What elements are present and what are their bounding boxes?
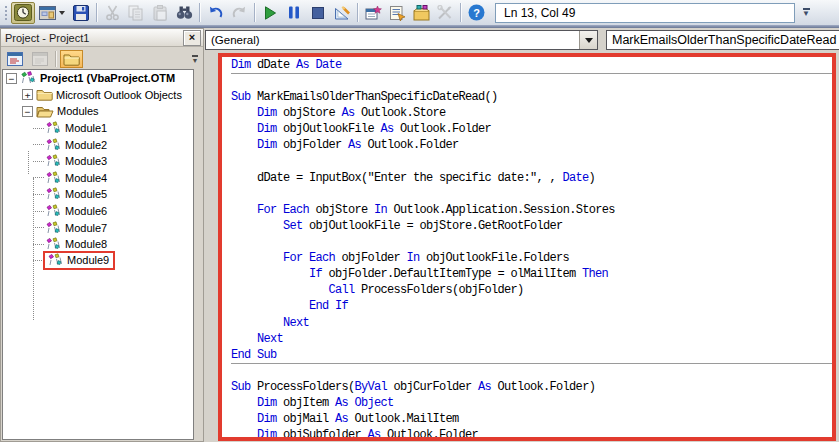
tree-item-label: Module5 [65, 188, 107, 200]
view-code-button[interactable] [3, 50, 26, 68]
object-dropdown-value: (General) [211, 34, 579, 46]
run-sub-button[interactable] [258, 2, 282, 24]
module-icon [45, 154, 62, 168]
cut-icon [105, 5, 120, 21]
tree-item-module3[interactable]: Module3 [3, 153, 193, 170]
view-microsoft-outlook-button[interactable] [11, 2, 35, 24]
project-explorer-button[interactable] [361, 2, 385, 24]
tree-item-module8[interactable]: Module8 [3, 236, 193, 253]
toolbox-icon [437, 5, 454, 21]
code-line: Sub MarkEmailsOlderThanSpecificDateRead(… [231, 90, 832, 106]
tree-connector [33, 194, 44, 195]
toggle-folders-button[interactable] [60, 50, 83, 68]
panel-toolbar-options-button[interactable]: ▼ [189, 55, 201, 63]
toolbar-divider [460, 3, 461, 22]
project-tree: −Project1 (VbaProject.OTM+Microsoft Outl… [2, 69, 194, 440]
tree-item-module5[interactable]: Module5 [3, 186, 193, 203]
module-icon [45, 187, 62, 201]
code-line: Dim objMail As Outlook.MailItem [231, 412, 832, 428]
properties-window-icon [389, 5, 406, 21]
code-line [231, 235, 832, 251]
code-line [231, 74, 832, 90]
paste-button [148, 2, 172, 24]
folder-closed-icon [36, 88, 53, 101]
tree-item-label: Module6 [65, 205, 107, 217]
procedure-dropdown-value: MarkEmailsOlderThanSpecificDateRead [612, 33, 836, 47]
code-line: dDate = InputBox("Enter the specific dat… [231, 171, 832, 187]
chevron-down-icon: ▼ [192, 58, 199, 63]
tree-item-module6[interactable]: Module6 [3, 203, 193, 220]
run-icon [264, 6, 277, 20]
tree-item-modules[interactable]: −Modules [3, 103, 193, 120]
project-panel-titlebar[interactable]: Project - Project1 × [1, 29, 203, 47]
dropdown-button[interactable] [579, 31, 597, 49]
reset-button[interactable] [306, 2, 330, 24]
module-icon [45, 204, 62, 218]
design-mode-icon [334, 5, 351, 21]
tree-connector [33, 128, 44, 129]
tree-connector [33, 161, 44, 162]
toolbar-grip[interactable] [3, 4, 8, 22]
insert-userform-button[interactable] [35, 2, 69, 24]
toggle-folders-icon [63, 53, 80, 66]
help-button[interactable]: ? [464, 2, 488, 24]
tree-item-label: Module7 [65, 222, 107, 234]
paste-icon [153, 5, 168, 21]
view-object-button [28, 50, 51, 68]
module-icon [45, 138, 62, 152]
code-line: Next [231, 316, 832, 332]
toolbox-button [433, 2, 457, 24]
save-button[interactable] [69, 2, 93, 24]
code-line [231, 187, 832, 203]
find-button[interactable] [172, 2, 196, 24]
vba-editor-window: { "toolbar": { "line_col_indicator": "Ln… [0, 0, 839, 442]
annotation-highlight-box: Module9 [43, 251, 115, 270]
svg-text:?: ? [473, 7, 480, 19]
tree-item-module2[interactable]: Module2 [3, 136, 193, 153]
properties-window-button[interactable] [385, 2, 409, 24]
main-toolbar: ? Ln 13, Col 49 ▼ [0, 0, 839, 26]
line-col-indicator: Ln 13, Col 49 [495, 3, 795, 23]
tree-item-label: Module2 [65, 139, 107, 151]
redo-icon [231, 5, 248, 20]
code-line: Dim objStore As Outlook.Store [231, 106, 832, 122]
design-mode-button[interactable] [330, 2, 354, 24]
undo-button[interactable] [203, 2, 227, 24]
object-dropdown[interactable]: (General) [205, 30, 598, 50]
code-line: For Each objStore In Outlook.Application… [231, 203, 832, 219]
code-line: If objFolder.DefaultItemType = olMailIte… [231, 267, 832, 283]
tree-rows: −Project1 (VbaProject.OTM+Microsoft Outl… [3, 70, 193, 269]
chevron-down-icon: ▼ [802, 11, 810, 17]
code-line: Set objOutlookFile = objStore.GetRootFol… [231, 219, 832, 235]
code-line: End If [231, 299, 832, 315]
tree-item-module4[interactable]: Module4 [3, 170, 193, 187]
tree-item-project1-vbaproject-otm[interactable]: −Project1 (VbaProject.OTM [3, 70, 193, 87]
expand-plus-icon[interactable]: + [22, 89, 33, 100]
procedure-dropdown[interactable]: MarkEmailsOlderThanSpecificDateRead [606, 30, 839, 50]
collapse-minus-icon[interactable]: − [6, 73, 17, 84]
tree-item-microsoft-outlook-objects[interactable]: +Microsoft Outlook Objects [3, 87, 193, 104]
project-panel-title: Project - Project1 [5, 32, 183, 44]
break-button[interactable] [282, 2, 306, 24]
collapse-minus-icon[interactable]: − [22, 106, 33, 117]
insert-userform-icon [39, 6, 56, 20]
close-icon[interactable]: × [183, 30, 201, 46]
tree-item-label: Module9 [67, 254, 109, 266]
tree-item-label: Modules [57, 105, 99, 117]
code-line: Dim objOutlookFile As Outlook.Folder [231, 122, 832, 138]
tree-item-label: Module4 [65, 172, 107, 184]
code-line: End Sub [231, 348, 832, 364]
code-editor[interactable]: Dim dDate As Date Sub MarkEmailsOlderTha… [222, 57, 832, 441]
break-icon [288, 6, 300, 19]
tree-item-module7[interactable]: Module7 [3, 219, 193, 236]
module-icon [45, 171, 62, 185]
save-icon [73, 5, 89, 21]
tree-item-module1[interactable]: Module1 [3, 120, 193, 137]
tree-item-module9[interactable]: Module9 [3, 253, 193, 270]
code-panel: (General) MarkEmailsOlderThanSpecificDat… [205, 28, 839, 442]
copy-button [124, 2, 148, 24]
code-line: Next [231, 332, 832, 348]
object-browser-button[interactable] [409, 2, 433, 24]
toolbar-options-button[interactable]: ▼ [799, 3, 813, 23]
tree-item-label: Microsoft Outlook Objects [56, 89, 182, 101]
